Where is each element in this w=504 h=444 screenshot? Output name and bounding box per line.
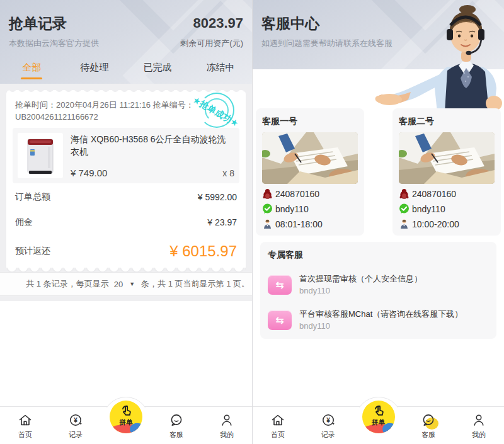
- service-card-1: 客服一号: [256, 108, 364, 236]
- service-cards-row: 客服一号: [253, 108, 504, 236]
- service-card-title: 客服二号: [399, 116, 495, 127]
- order-records-screen: 抢单记录 本数据由云淘客官方提供 8023.97 剩余可用资产(元) 全部 待处…: [0, 0, 252, 444]
- bottom-tab-bar: 首页 ¥ 记录: [0, 406, 252, 444]
- nav-label: 我的: [220, 430, 234, 440]
- order-time-and-number: 抢单时间：2020年04月26日 11:21:16 抢单编号：: [15, 99, 205, 111]
- wechat-id[interactable]: bndy110: [412, 204, 445, 214]
- tap-hand-icon: [119, 404, 133, 418]
- tap-hand-icon: [372, 404, 386, 418]
- service-note: 首次提现需审核（个人安全信息）: [299, 273, 422, 284]
- order-number: UB2004261121166672: [15, 111, 205, 123]
- nav-mine[interactable]: 我的: [454, 407, 504, 444]
- order-filter-tabs: 全部 待处理 已完成 冻结中: [0, 57, 252, 84]
- tab-all[interactable]: 全部: [0, 57, 63, 84]
- page-title: 抢单记录: [9, 14, 67, 33]
- summary-label: 佣金: [15, 217, 33, 228]
- bottom-tab-bar: 首页 ¥ 记录: [253, 406, 504, 444]
- page-subtitle: 本数据由云淘客官方提供: [9, 38, 99, 49]
- person-icon: [471, 412, 487, 428]
- service-hours: 08:01-18:00: [275, 219, 323, 229]
- summary-label: 订单总额: [15, 191, 50, 203]
- qq-contact-row: 240870160: [262, 188, 358, 199]
- balance-amount: 8023.97: [193, 15, 243, 31]
- tab-label: 待处理: [81, 62, 109, 72]
- service-account[interactable]: bndy110: [299, 285, 422, 296]
- service-card-title: 客服一号: [262, 116, 358, 127]
- person-icon: [219, 412, 235, 428]
- nav-label: 记录: [69, 430, 83, 440]
- nav-label: 首页: [18, 430, 32, 440]
- product-row: 海信 XQB60-H3568 6公斤全自动波轮洗衣机 ¥ 749.00 x 8: [13, 128, 239, 183]
- wechat-icon: [262, 203, 273, 214]
- washing-machine-image: [25, 135, 55, 176]
- tab-label: 已完成: [144, 62, 172, 72]
- product-price-row: ¥ 749.00 x 8: [71, 168, 234, 178]
- tab-label: 全部: [22, 62, 41, 72]
- service-chat-icon: [168, 412, 185, 428]
- service-chat-icon: [420, 412, 437, 428]
- qq-number[interactable]: 240870160: [275, 189, 319, 199]
- qq-number[interactable]: 240870160: [412, 189, 456, 199]
- summary-row-total: 订单总额 ¥ 5992.00: [15, 185, 237, 210]
- order-list-area: ★抢单成功★ 抢单时间：2020年04月26日 11:21:16 抢单编号： U…: [0, 84, 252, 301]
- nav-label: 我的: [472, 430, 486, 440]
- nav-home[interactable]: 首页: [253, 407, 303, 444]
- summary-value: ¥ 23.97: [207, 217, 237, 227]
- product-image: [18, 133, 63, 178]
- qq-icon: [262, 188, 273, 199]
- grab-order-button[interactable]: 拼单: [110, 401, 142, 433]
- product-info: 海信 XQB60-H3568 6公斤全自动波轮洗衣机 ¥ 749.00 x 8: [71, 133, 234, 178]
- records-yen-icon: ¥: [67, 412, 84, 428]
- tab-label: 冻结中: [207, 62, 235, 72]
- nav-service[interactable]: 客服: [151, 407, 202, 444]
- grab-order-button[interactable]: 拼单: [362, 401, 395, 433]
- nav-service-active[interactable]: 客服: [403, 407, 454, 444]
- hours-row: 08:01-18:00: [262, 219, 358, 229]
- service-note: 平台审核客服MChat（请咨询在线客服下载）: [299, 309, 462, 319]
- order-card: ★抢单成功★ 抢单时间：2020年04月26日 11:21:16 抢单编号： U…: [6, 90, 246, 273]
- service-account[interactable]: bndy110: [299, 321, 462, 331]
- per-page-value[interactable]: 20: [114, 280, 123, 289]
- wechat-id[interactable]: bndy110: [275, 204, 309, 214]
- yen-glyph: ¥: [74, 417, 77, 424]
- qq-icon: [399, 188, 410, 199]
- grab-button-label: 拼单: [372, 418, 385, 427]
- agent-avatar-icon: [262, 219, 273, 229]
- nav-records[interactable]: ¥ 记录: [50, 407, 101, 444]
- nav-home[interactable]: 首页: [0, 407, 50, 444]
- nav-label: 客服: [421, 430, 435, 440]
- tab-pending[interactable]: 待处理: [63, 57, 126, 84]
- per-page-dropdown-caret-icon[interactable]: ▼: [129, 281, 135, 287]
- page-title: 客服中心: [261, 14, 319, 33]
- summary-label: 预计返还: [15, 246, 50, 257]
- ticket-scallop-edge: [6, 90, 246, 95]
- order-summary: 订单总额 ¥ 5992.00 佣金 ¥ 23.97 预计返还 ¥ 6015.97: [6, 183, 246, 268]
- transfer-icon: ⇆: [268, 275, 292, 295]
- exclusive-service-card: 专属客服 ⇆ 首次提现需审核（个人安全信息） bndy110 ⇆ 平台审核客服M…: [260, 242, 496, 339]
- nav-mine[interactable]: 我的: [202, 407, 252, 444]
- exclusive-service-row: ⇆ 首次提现需审核（个人安全信息） bndy110: [268, 273, 489, 296]
- tab-frozen[interactable]: 冻结中: [189, 57, 252, 84]
- active-tab-underline: [21, 77, 42, 80]
- service-card-2: 客服二号: [392, 108, 501, 236]
- service-agent-photo: [370, 0, 504, 112]
- yen-glyph: ¥: [326, 417, 330, 424]
- nav-label: 记录: [321, 430, 335, 440]
- balance-label: 剩余可用资产(元): [180, 38, 243, 49]
- wechat-contact-row: bndy110: [399, 203, 495, 214]
- agent-avatar-icon: [399, 219, 410, 229]
- nav-label: 客服: [169, 430, 183, 440]
- wechat-icon: [399, 203, 410, 214]
- qq-contact-row: 240870160: [399, 188, 495, 199]
- pagination-prefix: 共 1 条记录，每页显示: [26, 278, 108, 290]
- customer-service-screen: 客服中心 如遇到问题需要帮助请联系在线客服 客服一号: [252, 0, 504, 444]
- home-icon: [270, 412, 286, 428]
- nav-records[interactable]: ¥ 记录: [303, 407, 353, 444]
- page-subtitle: 如遇到问题需要帮助请联系在线客服: [261, 38, 392, 49]
- tab-completed[interactable]: 已完成: [126, 57, 189, 84]
- product-name: 海信 XQB60-H3568 6公斤全自动波轮洗衣机: [71, 133, 234, 158]
- order-meta: 抢单时间：2020年04月26日 11:21:16 抢单编号： UB200426…: [6, 95, 214, 124]
- pagination-bar: 共 1 条记录，每页显示 20 ▼ 条，共 1 页当前显示第 1 页。: [0, 272, 252, 296]
- exclusive-service-row: ⇆ 平台审核客服MChat（请咨询在线客服下载） bndy110: [268, 309, 489, 331]
- product-price: ¥ 749.00: [71, 168, 107, 178]
